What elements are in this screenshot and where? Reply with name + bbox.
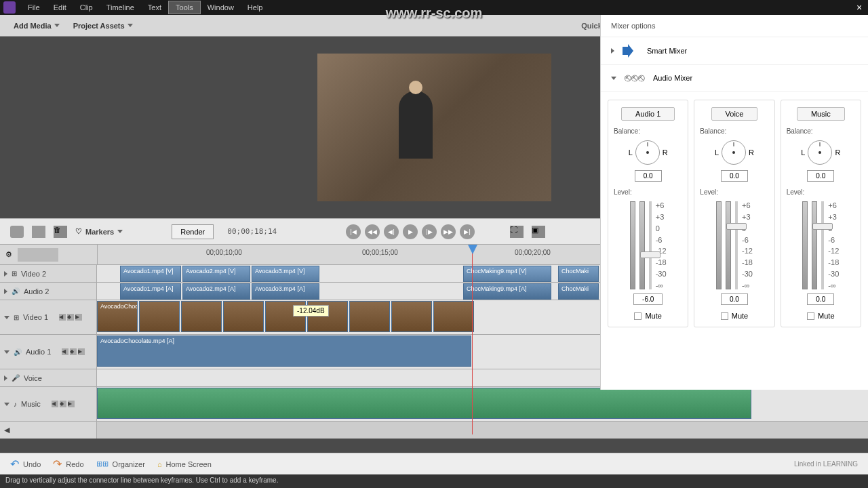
timeline-clip[interactable]: Avocado1.mp4 [V] — [120, 266, 181, 282]
safe-margins-icon[interactable]: ▣ — [532, 226, 545, 238]
markers-button[interactable]: ♡ Markers — [75, 227, 123, 236]
menu-file[interactable]: File — [21, 1, 47, 14]
menu-edit[interactable]: Edit — [47, 1, 73, 14]
render-button[interactable]: Render — [172, 224, 214, 239]
balance-knob[interactable] — [722, 140, 746, 165]
level-slider[interactable] — [735, 201, 738, 289]
track-label-video1[interactable]: ⊞ Video 1◀◆▶ — [0, 300, 97, 334]
snapshot-icon[interactable] — [10, 226, 24, 238]
slider-thumb[interactable] — [726, 223, 747, 230]
db-tooltip: -12.04dB — [293, 305, 329, 317]
bottom-bar: ↶Undo ↷Redo ⊞⊞Organizer ⌂Home Screen Lin… — [0, 453, 868, 474]
timeline-clip[interactable]: Avocado2.mp4 [V] — [182, 266, 250, 282]
play-button[interactable]: ▶ — [403, 224, 418, 239]
menu-window[interactable]: Window — [201, 1, 241, 14]
mute-checkbox[interactable] — [721, 312, 728, 320]
menu-timeline[interactable]: Timeline — [100, 1, 141, 14]
watermark-text: www.rr-sc.com — [386, 5, 483, 21]
level-scale: +6+30-6-12-18-30-∞ — [656, 201, 667, 289]
ruler-mark: 00;00;20;00 — [515, 249, 551, 256]
timeline-clip[interactable]: ChocMaking9.mp4 [V] — [463, 266, 551, 282]
timeline-clip[interactable]: ChocMaki — [558, 266, 599, 282]
timeline-clip[interactable]: AvocadoChocolate.mp4 [A] — [97, 336, 471, 367]
level-scale: +6+30-6-12-18-30-∞ — [742, 201, 753, 289]
menu-text[interactable]: Text — [141, 1, 168, 14]
mixer-channels: Audio 1 Balance: L R 0.0 Level: +6+30-6-… — [601, 92, 868, 336]
timeline-clip[interactable] — [223, 301, 264, 332]
timeline-clip[interactable] — [139, 301, 180, 332]
preview-monitor[interactable] — [317, 54, 551, 201]
scroll-left-icon[interactable]: ◀ — [4, 426, 9, 434]
trash-icon[interactable]: 🗑 — [54, 226, 67, 238]
mute-checkbox[interactable] — [634, 312, 642, 320]
organizer-button[interactable]: ⊞⊞Organizer — [96, 460, 145, 468]
balance-value[interactable]: 0.0 — [635, 170, 662, 182]
expand-arrow-icon[interactable] — [611, 48, 614, 54]
track-label-audio2[interactable]: 🔊 Audio 2 — [0, 283, 97, 300]
add-media-button[interactable]: Add Media — [7, 18, 66, 34]
smart-mixer-row[interactable]: Smart Mixer — [601, 37, 868, 65]
goto-start-button[interactable]: |◀ — [346, 224, 361, 239]
timeline-settings-icon[interactable]: ⚙ — [5, 250, 12, 259]
slider-thumb[interactable] — [640, 251, 660, 258]
level-value[interactable]: -6.0 — [633, 293, 663, 305]
music-clip[interactable] — [97, 388, 751, 419]
mute-label: Mute — [732, 312, 748, 320]
mute-checkbox[interactable] — [807, 312, 814, 320]
slider-thumb[interactable] — [812, 223, 833, 230]
undo-button[interactable]: ↶Undo — [10, 458, 41, 470]
playhead[interactable] — [468, 245, 477, 254]
window-close-button[interactable]: × — [854, 2, 865, 13]
project-assets-button[interactable]: Project Assets — [66, 18, 140, 34]
waveform-toggle-icon[interactable] — [18, 248, 58, 262]
redo-button[interactable]: ↷Redo — [53, 458, 83, 470]
timeline-clip[interactable]: ChocMaki — [558, 283, 599, 300]
timeline-clip[interactable] — [391, 301, 432, 332]
timeline-clip[interactable] — [349, 301, 390, 332]
track-label-voice[interactable]: 🎤 Voice — [0, 369, 97, 386]
level-value[interactable]: 0.0 — [721, 293, 748, 305]
timeline-clip[interactable]: Avocado1.mp4 [A] — [120, 283, 181, 300]
mixer-channel: Audio 1 Balance: L R 0.0 Level: +6+30-6-… — [608, 100, 688, 327]
goto-end-button[interactable]: ▶| — [460, 224, 475, 239]
mixer-channel: Music Balance: L R 0.0 Level: +6+30-6-12… — [781, 100, 861, 327]
timeline-clip[interactable]: AvocadoChocolate.mp4 [V] — [97, 301, 138, 332]
timeline-clip[interactable]: ChocMaking9.mp4 [A] — [463, 283, 551, 300]
balance-value[interactable]: 0.0 — [721, 170, 748, 182]
track-label-video2[interactable]: ⊞ Video 2 — [0, 265, 97, 282]
balance-knob[interactable] — [808, 140, 832, 165]
timeline-clip[interactable]: Avocado3.mp4 [V] — [252, 266, 319, 282]
timeline-scrollbar[interactable] — [97, 422, 868, 439]
step-forward-button[interactable]: |▶ — [422, 224, 437, 239]
sliders-icon: ⎋⎋⎋ — [625, 72, 645, 84]
level-value[interactable]: 0.0 — [807, 293, 834, 305]
balance-label: Balance: — [614, 127, 640, 135]
track-label-music[interactable]: ♪ Music◀◆▶ — [0, 387, 97, 421]
audio-mixer-row[interactable]: ⎋⎋⎋ Audio Mixer — [601, 65, 868, 92]
level-slider[interactable] — [821, 201, 824, 289]
timeline-clip[interactable] — [181, 301, 222, 332]
mute-label: Mute — [818, 312, 834, 320]
timeline-clip[interactable]: Avocado2.mp4 [A] — [182, 283, 250, 300]
timeline-clip[interactable] — [433, 301, 474, 332]
rewind-button[interactable]: ◀◀ — [365, 224, 380, 239]
balance-knob[interactable] — [635, 140, 660, 165]
track-label-audio1[interactable]: 🔊 Audio 1◀◆▶ — [0, 335, 97, 369]
level-slider[interactable] — [649, 201, 652, 289]
timecode-display[interactable]: 00;00;18;14 — [227, 227, 277, 236]
menu-clip[interactable]: Clip — [73, 1, 100, 14]
menu-tools[interactable]: Tools — [168, 1, 201, 14]
balance-value[interactable]: 0.0 — [807, 170, 834, 182]
channel-name: Music — [797, 107, 845, 121]
menu-help[interactable]: Help — [241, 1, 270, 14]
home-screen-button[interactable]: ⌂Home Screen — [157, 460, 212, 468]
timeline-clip[interactable]: Avocado3.mp4 [A] — [252, 283, 319, 300]
track-music[interactable] — [97, 387, 868, 421]
status-bar: Drag to vertically adjust the connector … — [0, 474, 868, 488]
collapse-arrow-icon[interactable] — [611, 77, 616, 80]
crop-icon[interactable] — [32, 226, 45, 238]
fast-forward-button[interactable]: ▶▶ — [441, 224, 456, 239]
fullscreen-icon[interactable]: ⛶ — [510, 226, 524, 238]
step-back-button[interactable]: ◀| — [384, 224, 399, 239]
balance-label: Balance: — [700, 127, 726, 135]
